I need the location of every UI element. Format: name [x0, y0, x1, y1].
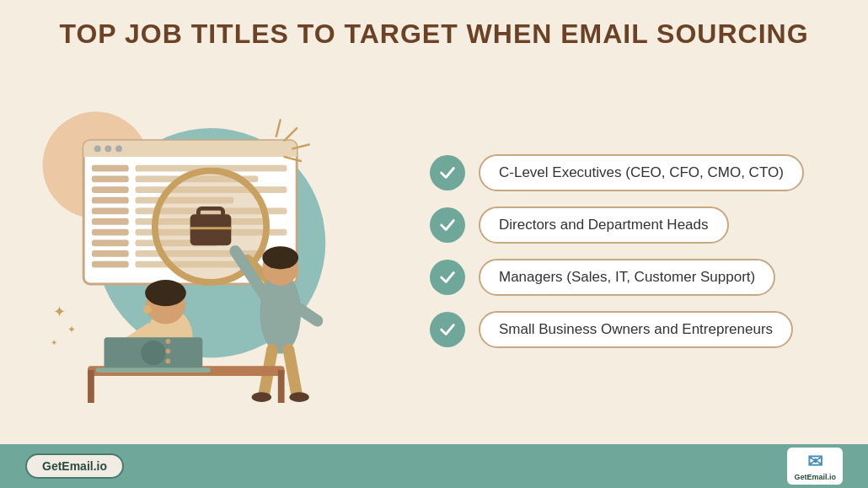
svg-rect-12 [92, 207, 129, 214]
svg-point-6 [104, 145, 111, 152]
svg-rect-11 [92, 197, 129, 204]
svg-rect-8 [92, 165, 129, 172]
svg-text:✦: ✦ [67, 324, 76, 335]
footer-right-icon: ✉ [807, 451, 822, 473]
svg-point-51 [145, 280, 186, 306]
svg-rect-15 [92, 239, 129, 246]
main-content: ✦ ✦ ✦ [0, 58, 868, 444]
check-icon-4 [430, 312, 465, 347]
list-item: Small Business Owners and Entrepreneurs [430, 311, 843, 348]
svg-point-62 [165, 358, 170, 363]
svg-rect-56 [278, 370, 285, 403]
svg-rect-17 [92, 261, 129, 268]
svg-text:✦: ✦ [51, 338, 57, 347]
svg-point-52 [143, 305, 152, 314]
footer-right-logo: ✉ GetEmail.io [787, 448, 843, 485]
page-container: TOP JOB TITLES TO TARGET WHEN EMAIL SOUR… [0, 0, 868, 488]
list-item: Managers (Sales, IT, Customer Support) [430, 259, 843, 296]
svg-text:✦: ✦ [53, 303, 66, 320]
svg-rect-4 [83, 150, 297, 157]
svg-point-47 [252, 392, 271, 402]
svg-point-42 [262, 246, 298, 269]
list-item: C-Level Executives (CEO, CFO, CMO, CTO) [430, 154, 843, 191]
svg-rect-9 [92, 175, 129, 182]
svg-rect-55 [88, 370, 94, 403]
svg-rect-14 [92, 229, 129, 236]
svg-point-48 [289, 392, 308, 402]
checklist-item-4-label: Small Business Owners and Entrepreneurs [479, 311, 793, 348]
check-icon-2 [430, 207, 465, 243]
svg-line-46 [288, 350, 297, 395]
footer-right-label: GetEmail.io [794, 473, 836, 481]
illustration-panel: ✦ ✦ ✦ [8, 67, 413, 436]
checklist-item-3-label: Managers (Sales, IT, Customer Support) [479, 259, 775, 296]
svg-rect-16 [92, 250, 129, 257]
svg-point-5 [94, 145, 101, 152]
checklist-panel: C-Level Executives (CEO, CFO, CMO, CTO) … [413, 67, 843, 436]
svg-point-58 [141, 341, 165, 365]
list-item: Directors and Department Heads [430, 206, 843, 244]
footer: GetEmail.io ✉ GetEmail.io [0, 444, 868, 488]
svg-point-60 [165, 339, 170, 344]
check-icon-3 [430, 260, 465, 295]
check-icon-1 [430, 155, 465, 190]
illustration-area: ✦ ✦ ✦ [34, 99, 388, 403]
footer-left-logo: GetEmail.io [25, 453, 124, 479]
checklist-item-2-label: Directors and Department Heads [479, 206, 729, 244]
page-title: TOP JOB TITLES TO TARGET WHEN EMAIL SOUR… [25, 19, 843, 50]
svg-line-36 [276, 120, 281, 136]
svg-point-61 [165, 349, 170, 354]
svg-line-33 [285, 128, 297, 141]
checklist-item-1-label: C-Level Executives (CEO, CFO, CMO, CTO) [479, 154, 804, 191]
svg-rect-59 [96, 367, 211, 373]
svg-point-7 [115, 145, 122, 152]
title-section: TOP JOB TITLES TO TARGET WHEN EMAIL SOUR… [0, 0, 868, 58]
svg-rect-13 [92, 218, 129, 225]
svg-rect-10 [92, 186, 129, 193]
